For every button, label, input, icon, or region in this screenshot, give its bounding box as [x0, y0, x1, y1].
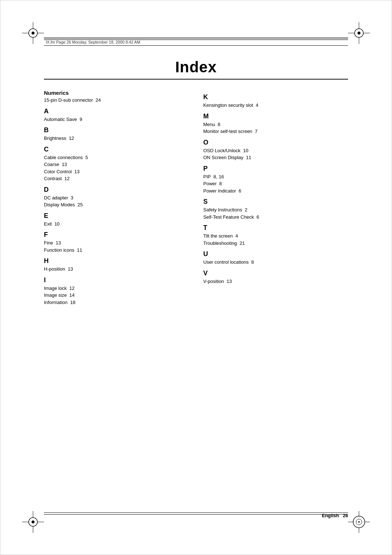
- letter-S: S: [203, 198, 348, 206]
- section-O: O OSD Lock/Unlock 10 ON Screen Display 1…: [203, 139, 348, 161]
- header-bar: IX.fm Page 26 Monday, September 18, 2000…: [44, 39, 348, 46]
- B-item-0: Brightness 12: [44, 135, 189, 142]
- letter-I: I: [44, 276, 189, 284]
- section-V: V V-position 13: [203, 270, 348, 285]
- letter-O: O: [203, 139, 348, 146]
- svg-point-20: [358, 521, 360, 523]
- footer-language: English 26: [322, 513, 348, 518]
- corner-mark-tl: [22, 22, 44, 44]
- section-I: I Image lock 12 Image size 14 Informatio…: [44, 276, 189, 306]
- page-container: IX.fm Page 26 Monday, September 18, 2000…: [0, 0, 392, 555]
- letter-K: K: [203, 93, 348, 101]
- letter-T: T: [203, 224, 348, 232]
- corner-mark-br: [348, 511, 370, 533]
- header-text: IX.fm Page 26 Monday, September 18, 2000…: [46, 40, 140, 44]
- section-C: C Cable connections 5 Coarse 13 Color Co…: [44, 146, 189, 182]
- svg-point-1: [32, 32, 34, 35]
- D-item-0: DC adapter 3: [44, 194, 189, 202]
- content-area: Index Numerics 15-pin D-sub connector 24…: [44, 51, 348, 511]
- C-item-1: Coarse 13: [44, 161, 189, 168]
- T-item-1: Troubleshooting 21: [203, 240, 348, 247]
- section-numerics: Numerics 15-pin D-sub connector 24: [44, 90, 189, 104]
- letter-D: D: [44, 186, 189, 194]
- letter-U: U: [203, 250, 348, 258]
- section-U: U User control locations 8: [203, 250, 348, 266]
- K-item-0: Kensington security slot 4: [203, 102, 348, 109]
- numerics-item-0: 15-pin D-sub connector 24: [44, 97, 189, 104]
- section-T: T Tilt the screen 4 Troubleshooting 21: [203, 224, 348, 247]
- U-item-0: User control locations 8: [203, 259, 348, 266]
- section-E: E Exit 10: [44, 212, 189, 228]
- S-item-1: Self-Test Feature Check 6: [203, 214, 348, 221]
- title-divider: [44, 79, 348, 80]
- svg-point-13: [32, 520, 34, 523]
- letter-H: H: [44, 257, 189, 265]
- I-item-2: Information 18: [44, 299, 189, 306]
- corner-mark-tr: [348, 22, 370, 44]
- P-item-1: Power 8: [203, 180, 348, 187]
- letter-V: V: [203, 270, 348, 277]
- V-item-0: V-position 13: [203, 278, 348, 285]
- M-item-1: Monitor self-test screen 7: [203, 128, 348, 135]
- letter-A: A: [44, 108, 189, 115]
- section-M: M Menu 8 Monitor self-test screen 7: [203, 113, 348, 135]
- letter-F: F: [44, 231, 189, 239]
- page-title: Index: [44, 51, 348, 76]
- F-item-1: Function icons 11: [44, 247, 189, 254]
- section-P: P PIP 8, 16 Power 8 Power Indicator 6: [203, 165, 348, 195]
- M-item-0: Menu 8: [203, 121, 348, 128]
- corner-mark-bl: [22, 511, 44, 533]
- section-S: S Safety Instructions 2 Self-Test Featur…: [203, 198, 348, 220]
- top-line-outer: [44, 37, 348, 38]
- letter-E: E: [44, 212, 189, 220]
- numerics-header: Numerics: [44, 90, 189, 96]
- D-item-1: Display Modes 25: [44, 201, 189, 208]
- section-F: F Fine 13 Function icons 11: [44, 231, 189, 254]
- section-B: B Brightness 12: [44, 126, 189, 142]
- section-D: D DC adapter 3 Display Modes 25: [44, 186, 189, 208]
- P-item-0: PIP 8, 16: [203, 173, 348, 181]
- C-item-3: Contrast 12: [44, 175, 189, 182]
- A-item-0: Automatic Save 9: [44, 116, 189, 123]
- I-item-0: Image lock 12: [44, 285, 189, 292]
- section-K: K Kensington security slot 4: [203, 93, 348, 109]
- letter-C: C: [44, 146, 189, 153]
- I-item-1: Image size 14: [44, 292, 189, 299]
- letter-B: B: [44, 126, 189, 134]
- section-H: H H-position 13: [44, 257, 189, 273]
- H-item-0: H-position 13: [44, 266, 189, 273]
- section-A: A Automatic Save 9: [44, 108, 189, 123]
- F-item-0: Fine 13: [44, 239, 189, 247]
- letter-P: P: [203, 165, 348, 173]
- letter-M: M: [203, 113, 348, 120]
- right-column: K Kensington security slot 4 M Menu 8 Mo…: [203, 90, 348, 306]
- C-item-0: Cable connections 5: [44, 154, 189, 161]
- O-item-1: ON Screen Display 11: [203, 154, 348, 161]
- left-column: Numerics 15-pin D-sub connector 24 A Aut…: [44, 90, 189, 306]
- P-item-2: Power Indicator 6: [203, 187, 348, 195]
- svg-point-7: [358, 32, 360, 35]
- T-item-0: Tilt the screen 4: [203, 232, 348, 240]
- C-item-2: Color Control 13: [44, 168, 189, 175]
- index-columns: Numerics 15-pin D-sub connector 24 A Aut…: [44, 90, 348, 306]
- footer: English 26: [44, 513, 348, 518]
- E-item-0: Exit 10: [44, 220, 189, 228]
- O-item-0: OSD Lock/Unlock 10: [203, 147, 348, 154]
- S-item-0: Safety Instructions 2: [203, 206, 348, 214]
